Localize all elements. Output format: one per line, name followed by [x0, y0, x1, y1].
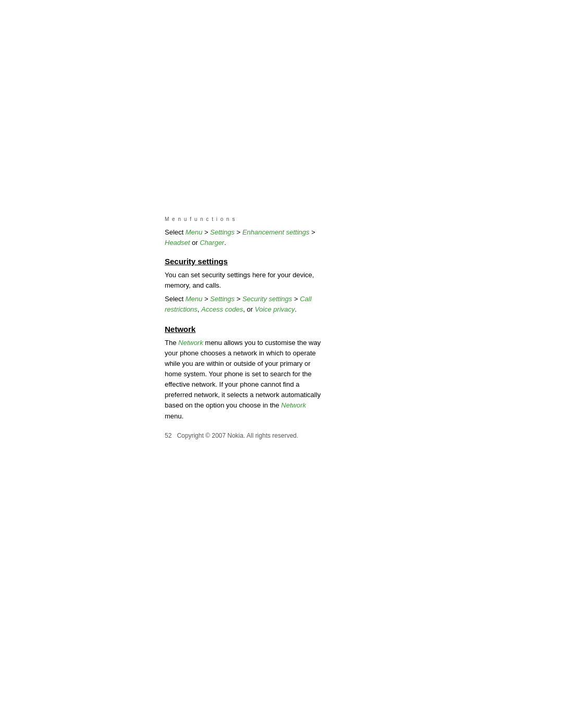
- voice-privacy-link[interactable]: Voice privacy: [255, 305, 295, 313]
- network-link-2[interactable]: Network: [281, 401, 306, 409]
- page-number: 52: [165, 432, 172, 439]
- sep2-2: >: [235, 295, 242, 303]
- copyright-text: Copyright © 2007 Nokia. All rights reser…: [177, 432, 298, 439]
- sep3: >: [310, 228, 315, 236]
- period-1: .: [224, 239, 226, 246]
- page-footer: 52 Copyright © 2007 Nokia. All rights re…: [165, 432, 326, 439]
- network-heading: Network: [165, 325, 326, 334]
- select-prefix-2: Select: [165, 295, 186, 303]
- comma-1: ,: [198, 305, 201, 313]
- menu-link-2[interactable]: Menu: [186, 295, 203, 303]
- period-2: .: [295, 305, 297, 313]
- charger-link[interactable]: Charger: [200, 239, 224, 246]
- access-codes-link[interactable]: Access codes: [201, 305, 243, 313]
- sep1-2: >: [202, 295, 210, 303]
- security-settings-body: You can set security settings here for y…: [165, 270, 326, 291]
- menu-link-1[interactable]: Menu: [186, 228, 203, 236]
- network-body-text-1: menu allows you to customise the way you…: [165, 339, 321, 410]
- or-2: , or: [243, 305, 254, 313]
- security-settings-link[interactable]: Security settings: [242, 295, 292, 303]
- enhancement-settings-link[interactable]: Enhancement settings: [242, 228, 310, 236]
- intro-enhancement: Select Menu > Settings > Enhancement set…: [165, 227, 326, 248]
- network-body: The Network menu allows you to customise…: [165, 338, 326, 422]
- settings-link-2[interactable]: Settings: [210, 295, 235, 303]
- network-link-1[interactable]: Network: [178, 339, 203, 347]
- network-body-text-2: menu.: [165, 412, 183, 420]
- security-settings-heading: Security settings: [165, 257, 326, 266]
- the-text: The: [165, 339, 178, 347]
- headset-link[interactable]: Headset: [165, 239, 190, 246]
- sep3-2: >: [292, 295, 300, 303]
- or-text: or: [190, 239, 200, 246]
- page: M e n u f u n c t i o n s Select Menu > …: [0, 0, 563, 728]
- section-label: M e n u f u n c t i o n s: [165, 216, 326, 222]
- content-area: M e n u f u n c t i o n s Select Menu > …: [165, 216, 326, 439]
- settings-link-1[interactable]: Settings: [210, 228, 235, 236]
- security-select-line: Select Menu > Settings > Security settin…: [165, 294, 326, 315]
- select-prefix: Select: [165, 228, 186, 236]
- sep1: >: [202, 228, 210, 236]
- sep2: >: [235, 228, 242, 236]
